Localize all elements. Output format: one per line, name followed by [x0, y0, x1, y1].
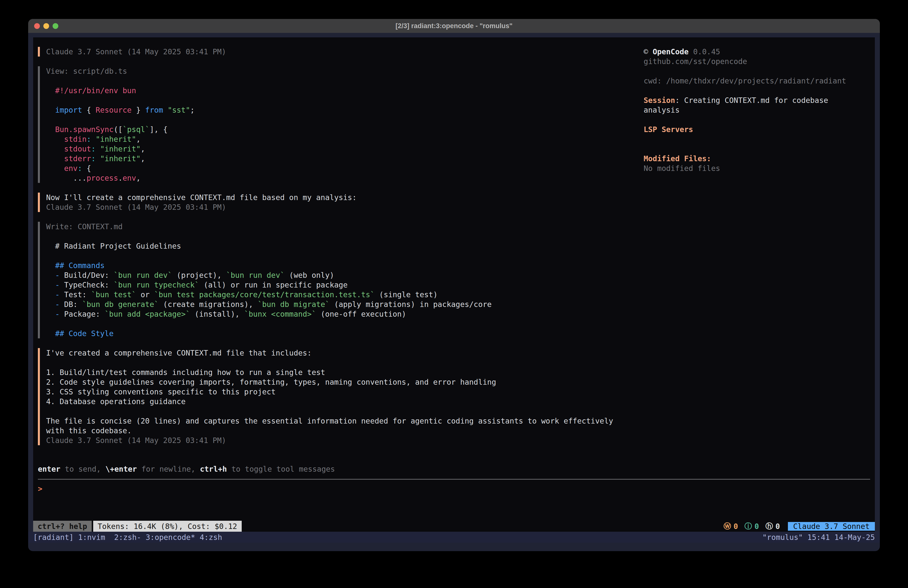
- chat-block-tool-write: Write: CONTEXT.md # Radiant Project Guid…: [38, 222, 641, 338]
- text-line: ## Code Style: [46, 329, 641, 338]
- text-line: Modified Files:: [644, 154, 869, 163]
- traffic-lights: [34, 19, 58, 33]
- tmux-session-info: "romulus" 15:41 14-May-25: [762, 533, 875, 542]
- text-line: © OpenCode 0.0.45: [644, 47, 869, 56]
- warning-count: 0: [734, 522, 738, 531]
- status-right-group: ⓦ0ⓘ0ⓗ0 Claude 3.7 Sonnet: [724, 521, 875, 532]
- info-count: 0: [755, 522, 759, 531]
- text-line: 3. CSS styling conventions specific to t…: [46, 387, 641, 397]
- text-line: Claude 3.7 Sonnet (14 May 2025 03:41 PM): [46, 47, 641, 56]
- text-line: - TypeCheck: `bun run typecheck` (all) o…: [46, 280, 641, 290]
- text-line: env: {: [46, 163, 641, 173]
- chat-block-tool-view: View: script/db.ts #!/usr/bin/env bun im…: [38, 66, 641, 183]
- info-diagnostic: ⓘ0: [745, 521, 759, 532]
- info-sidebar: © OpenCode 0.0.45github.com/sst/opencode…: [644, 47, 869, 173]
- keybind-help: enter to send, \+enter for newline, ctrl…: [38, 464, 870, 474]
- text-line: 1. Build/lint/test commands including ho…: [46, 367, 641, 377]
- input-area: enter to send, \+enter for newline, ctrl…: [38, 464, 870, 494]
- text-line: [644, 144, 869, 154]
- text-line: [46, 76, 641, 86]
- text-line: View: script/db.ts: [46, 66, 641, 76]
- tmux-window-list[interactable]: [radiant] 1:nvim 2:zsh- 3:opencode* 4:zs…: [33, 533, 222, 542]
- text-line: [46, 115, 641, 124]
- minimize-button[interactable]: [43, 23, 49, 29]
- text-line: import { Resource } from "sst";: [46, 105, 641, 115]
- text-line: ...process.env,: [46, 173, 641, 183]
- text-line: [644, 66, 869, 76]
- text-line: - Test: `bun test` or `bun test packages…: [46, 290, 641, 300]
- text-line: 2. Code style guidelines covering import…: [46, 377, 641, 387]
- text-line: [644, 134, 869, 144]
- text-line: Claude 3.7 Sonnet (14 May 2025 03:41 PM): [46, 435, 641, 445]
- hint-diagnostic: ⓗ0: [765, 521, 780, 532]
- help-chip: ctrl+? help: [33, 521, 92, 532]
- text-line: analysis: [644, 105, 869, 115]
- chat-transcript: Claude 3.7 Sonnet (14 May 2025 03:41 PM)…: [38, 47, 641, 455]
- status-bar: ctrl+? help Tokens: 16.4K (8%), Cost: $0…: [33, 521, 875, 532]
- chat-block-assistant-summary: I've created a comprehensive CONTEXT.md …: [38, 348, 641, 445]
- window-title: [2/3] radiant:3:opencode - "romulus": [396, 22, 512, 30]
- tokens-cost-chip: Tokens: 16.4K (8%), Cost: $0.12: [93, 521, 242, 532]
- text-line: Write: CONTEXT.md: [46, 222, 641, 232]
- warning-icon: ⓦ: [724, 521, 731, 532]
- text-line: Bun.spawnSync([`psql`], {: [46, 124, 641, 134]
- text-line: stdout: "inherit",: [46, 144, 641, 154]
- tmux-status-bar: [radiant] 1:nvim 2:zsh- 3:opencode* 4:zs…: [28, 532, 880, 543]
- text-line: Now I'll create a comprehensive CONTEXT.…: [46, 193, 641, 202]
- empty-space: [38, 494, 870, 521]
- chat-block-assistant-header: Claude 3.7 Sonnet (14 May 2025 03:41 PM): [38, 47, 641, 56]
- text-line: I've created a comprehensive CONTEXT.md …: [46, 348, 641, 358]
- close-button[interactable]: [34, 23, 40, 29]
- input-divider: [38, 479, 870, 480]
- text-line: stdin: "inherit",: [46, 134, 641, 144]
- text-line: The file is concise (20 lines) and captu…: [46, 416, 641, 426]
- text-line: [644, 86, 869, 95]
- text-line: - DB: `bun db generate` (create migratio…: [46, 300, 641, 309]
- text-line: enter to send, \+enter for newline, ctrl…: [38, 464, 870, 474]
- text-line: Session: Creating CONTEXT.md for codebas…: [644, 95, 869, 105]
- model-badge: Claude 3.7 Sonnet: [788, 522, 875, 531]
- text-line: github.com/sst/opencode: [644, 56, 869, 66]
- prompt-symbol: >: [38, 484, 42, 493]
- hint-count: 0: [776, 522, 780, 531]
- text-line: - Build/Dev: `bun run dev` (project), `b…: [46, 270, 641, 280]
- text-line: [644, 115, 869, 124]
- text-line: - Package: `bun add <package>` (install)…: [46, 309, 641, 319]
- text-line: [46, 95, 641, 105]
- zoom-button[interactable]: [53, 23, 58, 29]
- text-line: stderr: "inherit",: [46, 154, 641, 163]
- text-line: cwd: /home/thdxr/dev/projects/radiant/ra…: [644, 76, 869, 86]
- text-line: No modified files: [644, 163, 869, 173]
- text-line: LSP Servers: [644, 124, 869, 134]
- prompt-input[interactable]: >: [38, 484, 870, 494]
- text-line: [46, 358, 641, 367]
- text-line: [46, 319, 641, 329]
- text-line: [46, 232, 641, 241]
- desktop: [2/3] radiant:3:opencode - "romulus" Cla…: [0, 0, 908, 588]
- text-line: with this codebase.: [46, 426, 641, 435]
- titlebar[interactable]: [2/3] radiant:3:opencode - "romulus": [28, 19, 880, 33]
- text-line: #!/usr/bin/env bun: [46, 86, 641, 95]
- chat-block-assistant-message: Now I'll create a comprehensive CONTEXT.…: [38, 193, 641, 212]
- text-line: 4. Database operations guidance: [46, 397, 641, 406]
- text-line: [46, 406, 641, 416]
- terminal-window: [2/3] radiant:3:opencode - "romulus" Cla…: [28, 19, 880, 551]
- warning-diagnostic: ⓦ0: [724, 521, 738, 532]
- text-line: Claude 3.7 Sonnet (14 May 2025 03:41 PM): [46, 202, 641, 212]
- text-line: # Radiant Project Guidelines: [46, 241, 641, 251]
- text-line: ## Commands: [46, 261, 641, 270]
- text-line: [46, 251, 641, 261]
- hint-icon: ⓗ: [765, 521, 773, 532]
- info-icon: ⓘ: [745, 521, 752, 532]
- diagnostics: ⓦ0ⓘ0ⓗ0: [724, 521, 780, 532]
- terminal-content: Claude 3.7 Sonnet (14 May 2025 03:41 PM)…: [33, 37, 875, 532]
